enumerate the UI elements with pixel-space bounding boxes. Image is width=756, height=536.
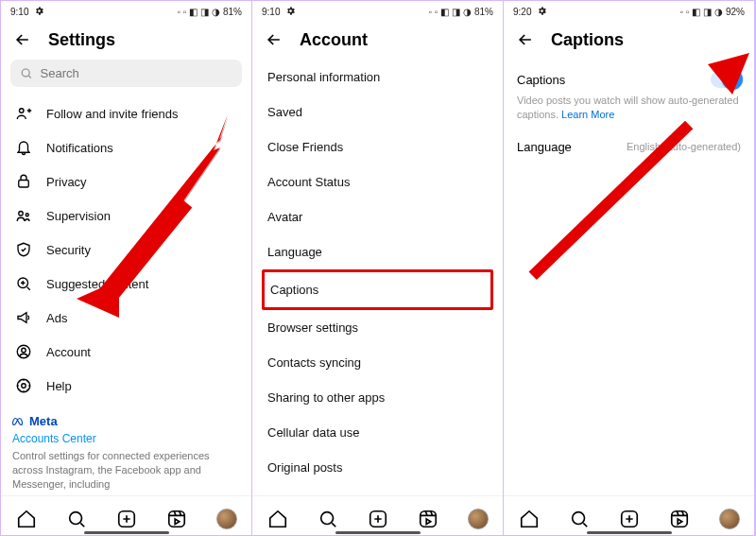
- settings-gear-icon: [34, 6, 44, 18]
- svg-point-14: [69, 511, 81, 524]
- settings-item-label: Notifications: [46, 141, 113, 155]
- notifications-icon: [14, 138, 33, 157]
- settings-item-follow-and-invite-friends[interactable]: Follow and invite friends: [7, 96, 246, 130]
- settings-menu: Follow and invite friendsNotificationsPr…: [1, 96, 251, 407]
- svg-rect-22: [420, 510, 436, 527]
- nav-home[interactable]: [16, 509, 37, 529]
- account-item-label: Contacts syncing: [267, 355, 361, 370]
- settings-item-ads[interactable]: Ads: [7, 301, 246, 335]
- avatar-icon: [216, 509, 237, 529]
- account-item-personal-information[interactable]: Personal information: [262, 60, 493, 95]
- toggle-knob: [722, 69, 743, 90]
- nav-create[interactable]: [116, 509, 137, 529]
- captions-description: Video posts you watch will show auto-gen…: [517, 94, 741, 123]
- back-button[interactable]: [264, 29, 284, 50]
- settings-item-suggested-content[interactable]: Suggested content: [7, 267, 246, 301]
- settings-item-notifications[interactable]: Notifications: [7, 130, 246, 164]
- captions-body: Captions Video posts you watch will show…: [504, 60, 754, 158]
- settings-item-label: Account: [46, 345, 91, 359]
- avatar-icon: [468, 509, 489, 529]
- account-item-contacts-syncing[interactable]: Contacts syncing: [262, 345, 493, 380]
- nav-search[interactable]: [66, 509, 87, 529]
- search-input[interactable]: [41, 66, 232, 80]
- nav-reels[interactable]: [418, 509, 438, 529]
- account-item-captions[interactable]: Captions: [262, 269, 493, 310]
- home-indicator: [84, 531, 169, 534]
- settings-item-label: Suggested content: [46, 277, 148, 291]
- phone-settings: 9:10 ◦ ▫ ◧ ◨ ◑ 81% Settings Follow and i…: [1, 1, 252, 536]
- account-item-cellular-data-use[interactable]: Cellular data use: [262, 415, 493, 450]
- svg-point-0: [22, 69, 29, 77]
- learn-more-link[interactable]: Learn More: [561, 109, 614, 120]
- account-item-label: Browser settings: [267, 320, 358, 335]
- settings-item-label: Privacy: [46, 175, 87, 189]
- account-item-request-verification[interactable]: Request verification: [262, 485, 493, 495]
- captions-toggle-row: Captions: [517, 60, 741, 94]
- account-item-avatar[interactable]: Avatar: [262, 199, 493, 234]
- avatar-icon: [719, 509, 740, 529]
- search-box[interactable]: [10, 60, 242, 87]
- home-indicator: [587, 531, 672, 534]
- language-label: Language: [517, 140, 572, 154]
- status-clock-icon: ◑: [463, 7, 472, 17]
- nav-reels[interactable]: [166, 509, 187, 529]
- supervision-icon: [14, 206, 33, 225]
- nav-reels[interactable]: [669, 509, 690, 529]
- nav-profile[interactable]: [216, 509, 237, 529]
- account-item-saved[interactable]: Saved: [262, 95, 493, 130]
- settings-item-supervision[interactable]: Supervision: [7, 199, 246, 233]
- settings-item-security[interactable]: Security: [7, 233, 246, 267]
- svg-point-20: [320, 511, 333, 524]
- page-header: Settings: [1, 22, 251, 60]
- status-bar: 9:10 ◦ ▫ ◧ ◨ ◑ 81%: [1, 1, 251, 22]
- svg-point-9: [22, 384, 26, 389]
- status-time: 9:20: [513, 7, 531, 17]
- settings-item-help[interactable]: Help: [7, 369, 246, 403]
- nav-search[interactable]: [569, 509, 590, 529]
- nav-create[interactable]: [368, 509, 388, 529]
- security-icon: [14, 240, 33, 259]
- suggested-content-icon: [14, 274, 33, 293]
- nav-profile[interactable]: [468, 509, 489, 529]
- accounts-center-link[interactable]: Accounts Center: [12, 431, 240, 446]
- nav-home[interactable]: [519, 509, 540, 529]
- settings-item-about[interactable]: About: [7, 403, 246, 407]
- account-item-browser-settings[interactable]: Browser settings: [262, 310, 493, 345]
- account-menu: Personal informationSavedClose FriendsAc…: [252, 60, 503, 495]
- status-bar: 9:20 ◦ ▫ ◧ ◨ ◑ 92%: [504, 1, 754, 22]
- nav-create[interactable]: [619, 509, 640, 529]
- svg-rect-25: [671, 510, 687, 527]
- captions-toggle[interactable]: [711, 71, 741, 88]
- settings-item-privacy[interactable]: Privacy: [7, 164, 246, 199]
- account-item-language[interactable]: Language: [262, 234, 493, 269]
- account-item-close-friends[interactable]: Close Friends: [262, 130, 493, 164]
- nav-home[interactable]: [267, 509, 288, 529]
- account-item-label: Original posts: [267, 460, 342, 475]
- back-button[interactable]: [12, 29, 33, 50]
- account-item-original-posts[interactable]: Original posts: [262, 450, 493, 485]
- status-battery: 81%: [474, 7, 493, 17]
- svg-rect-2: [19, 181, 29, 188]
- page-header: Captions: [504, 22, 754, 60]
- account-item-account-status[interactable]: Account Status: [262, 164, 493, 199]
- account-item-sharing-to-other-apps[interactable]: Sharing to other apps: [262, 380, 493, 415]
- help-icon: [14, 376, 33, 395]
- back-button[interactable]: [515, 29, 536, 50]
- svg-point-23: [572, 511, 584, 524]
- bottom-nav: [252, 495, 503, 536]
- nav-profile[interactable]: [719, 509, 740, 529]
- settings-item-label: Follow and invite friends: [46, 107, 178, 121]
- settings-gear-icon: [537, 6, 547, 18]
- settings-item-label: Supervision: [46, 209, 111, 223]
- svg-point-7: [22, 348, 26, 353]
- status-signal-icon: ◦ ▫ ◧ ◨: [178, 7, 209, 17]
- meta-description: Control settings for connected experienc…: [12, 450, 210, 490]
- page-header: Account: [252, 22, 503, 60]
- language-row[interactable]: Language English (auto-generated): [517, 136, 741, 158]
- follow-and-invite-friends-icon: [14, 104, 33, 123]
- nav-search[interactable]: [318, 509, 338, 529]
- account-item-label: Cellular data use: [267, 425, 360, 440]
- status-time: 9:10: [10, 7, 28, 17]
- settings-item-account[interactable]: Account: [7, 335, 246, 369]
- ads-icon: [14, 308, 33, 327]
